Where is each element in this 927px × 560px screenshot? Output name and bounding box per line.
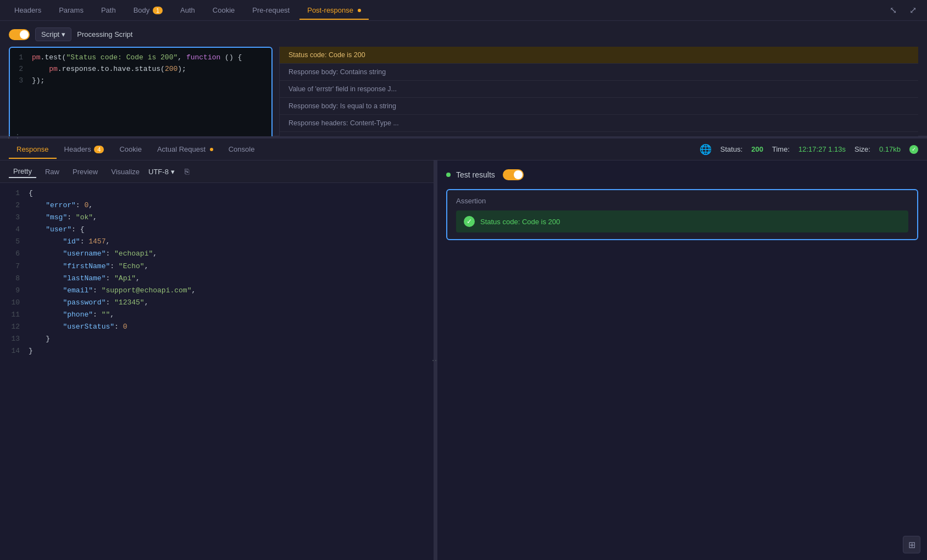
response-body: Pretty Raw Preview Visualize UTF-8 ▾ ⎘ 1… — [0, 160, 927, 560]
json-line-4: 4 "user": { — [9, 224, 425, 236]
snippet-item-2[interactable]: Value of 'errstr' field in response J... — [280, 81, 918, 98]
size-value: 0.17kb — [879, 145, 901, 153]
json-panel: Pretty Raw Preview Visualize UTF-8 ▾ ⎘ 1… — [0, 160, 434, 560]
snippet-item-3[interactable]: Response body: Is equal to a string — [280, 98, 918, 115]
script-toolbar: Script ▾ Processing Script — [9, 27, 918, 41]
resp-status-bar: 🌐 Status: 200 Time: 12:17:27 1.13s Size:… — [700, 143, 918, 156]
script-section: Script ▾ Processing Script 1 pm.test("St… — [0, 21, 927, 136]
json-line-13: 13 } — [9, 333, 425, 345]
json-toolbar: Pretty Raw Preview Visualize UTF-8 ▾ ⎘ — [0, 160, 434, 183]
json-line-7: 7 "firstName": "Echo", — [9, 260, 425, 273]
assertion-title: Assertion — [456, 197, 908, 205]
tab-path[interactable]: Path — [93, 2, 124, 20]
json-line-6: 6 "username": "echoapi", — [9, 248, 425, 260]
assertion-row-0: ✓ Status code: Code is 200 — [456, 210, 908, 232]
json-tab-visualize[interactable]: Visualize — [107, 166, 144, 178]
copy-button[interactable]: ⎘ — [179, 164, 195, 179]
tab-cookie[interactable]: Cookie — [205, 2, 242, 20]
status-label: Status: — [720, 145, 742, 153]
resp-tab-cookie[interactable]: Cookie — [112, 141, 149, 159]
json-content[interactable]: 1 { 2 "error": 0, 3 "msg": "ok", 4 "us — [0, 183, 434, 560]
script-toggle[interactable] — [9, 29, 30, 40]
json-line-1: 1 { — [9, 187, 425, 199]
script-processing-label: Processing Script — [77, 30, 132, 38]
grid-icon[interactable]: ⊞ — [903, 536, 920, 553]
chevron-down-icon: ▾ — [62, 30, 65, 38]
json-tab-pretty[interactable]: Pretty — [9, 165, 36, 178]
json-line-2: 2 "error": 0, — [9, 199, 425, 212]
json-line-3: 3 "msg": "ok", — [9, 212, 425, 224]
top-tab-bar: Headers Params Path Body 1 Auth Cookie P… — [0, 0, 927, 21]
check-icon: ✓ — [464, 216, 475, 227]
tab-prerequest[interactable]: Pre-request — [245, 2, 297, 20]
resp-tab-console[interactable]: Console — [221, 141, 263, 159]
test-pass-dot — [446, 173, 451, 177]
globe-icon[interactable]: 🌐 — [700, 143, 712, 156]
test-results-label: Test results — [456, 170, 495, 179]
status-circle-icon[interactable]: ✓ — [909, 145, 918, 154]
script-btn-label: Script — [41, 30, 59, 38]
snippet-item-4[interactable]: Response headers: Content-Type ... — [280, 115, 918, 132]
tab-body[interactable]: Body 1 — [126, 2, 170, 20]
resp-tab-response[interactable]: Response — [9, 141, 57, 159]
json-line-9: 9 "email": "support@echoapi.com", — [9, 285, 425, 297]
status-value: 200 — [751, 145, 763, 153]
top-right-icons: ⤡ ⤢ — [885, 3, 920, 18]
snippet-item-0[interactable]: Status code: Code is 200 — [280, 47, 918, 64]
tab-auth[interactable]: Auth — [173, 2, 203, 20]
assertion-box: Assertion ✓ Status code: Code is 200 — [446, 189, 918, 240]
encoding-select[interactable]: UTF-8 ▾ — [148, 168, 175, 176]
resp-tab-headers[interactable]: Headers 4 — [57, 141, 112, 159]
snippet-item-1[interactable]: Response body: Contains string — [280, 64, 918, 81]
assertion-text-0: Status code: Code is 200 — [480, 218, 560, 226]
collapse-icon[interactable]: ⤢ — [905, 3, 920, 18]
tab-postresponse[interactable]: Post-response — [299, 2, 368, 20]
size-label: Size: — [854, 145, 870, 153]
json-line-8: 8 "lastName": "Api", — [9, 273, 425, 285]
time-label: Time: — [772, 145, 790, 153]
tab-headers[interactable]: Headers — [7, 2, 49, 20]
resp-tab-actual-request[interactable]: Actual Request — [149, 141, 221, 159]
actual-request-dot — [210, 148, 213, 151]
response-tab-bar: Response Headers 4 Cookie Actual Request… — [0, 138, 927, 160]
json-line-5: 5 "id": 1457, — [9, 236, 425, 248]
json-tab-raw[interactable]: Raw — [41, 166, 64, 178]
postresponse-dot — [358, 9, 361, 12]
test-results-header: Test results — [446, 169, 918, 180]
json-line-14: 14 } — [9, 345, 425, 357]
test-results-panel: Test results Assertion ✓ Status code: Co… — [437, 160, 927, 560]
code-line-1: 1 pm.test("Status code: Code is 200", fu… — [14, 52, 267, 64]
json-line-11: 11 "phone": "", — [9, 309, 425, 321]
encoding-chevron-icon: ▾ — [171, 168, 175, 176]
body-count-badge: 1 — [153, 7, 163, 14]
test-results-toggle[interactable] — [503, 169, 524, 180]
code-line-2: 2 pm.response.to.have.status(200); — [14, 64, 267, 75]
code-line-3: 3 }); — [14, 75, 267, 87]
headers-count-badge: 4 — [94, 146, 104, 153]
tab-params[interactable]: Params — [51, 2, 91, 20]
time-value: 12:17:27 1.13s — [798, 145, 846, 153]
bottom-section: Response Headers 4 Cookie Actual Request… — [0, 138, 927, 560]
json-tab-preview[interactable]: Preview — [68, 166, 102, 178]
expand-icon[interactable]: ⤡ — [885, 3, 901, 18]
json-line-12: 12 "userStatus": 0 — [9, 321, 425, 333]
json-line-10: 10 "password": "12345", — [9, 297, 425, 309]
script-dropdown-btn[interactable]: Script ▾ — [35, 27, 71, 41]
main-layout: Script ▾ Processing Script 1 pm.test("St… — [0, 21, 927, 560]
